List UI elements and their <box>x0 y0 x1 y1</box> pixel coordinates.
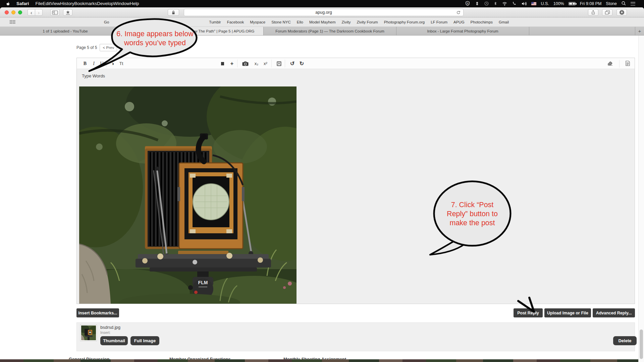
typed-text: Type Words <box>82 73 105 78</box>
bookmark-item[interactable]: LF Forum <box>431 20 447 24</box>
attachment-thumbnail[interactable] <box>80 324 97 341</box>
close-window-button[interactable] <box>5 10 9 14</box>
minimize-window-button[interactable] <box>11 10 15 14</box>
tab-bar: 1 of 1 uploaded - YouTubeollow The Path"… <box>0 27 644 36</box>
extension-button[interactable] <box>168 9 179 16</box>
user-name-label[interactable]: Stone <box>606 1 617 6</box>
bookmark-item[interactable]: Photography Forum.org <box>384 20 425 24</box>
source-code-button[interactable] <box>626 61 630 67</box>
tripod-brand-label: FLM <box>198 280 208 285</box>
bookmark-item[interactable]: Model Mayhem <box>309 20 336 24</box>
menu-item[interactable]: Window <box>114 1 130 6</box>
menu-item[interactable]: Develop <box>97 1 114 6</box>
insert-bookmarks-button[interactable]: Insert Bookmarks... <box>76 308 119 317</box>
bold-button[interactable]: B <box>82 60 89 67</box>
insert-plus-button[interactable]: + <box>228 60 235 67</box>
bookmark-item[interactable]: Zivity Forum <box>357 20 378 24</box>
phone-icon[interactable] <box>512 1 517 6</box>
editor-text-area[interactable]: Type Words <box>77 69 635 304</box>
browser-tab[interactable]: ollow The Path" | Page 5 | APUG.ORG <box>131 27 264 35</box>
bookmark-item[interactable]: APUG <box>453 20 465 24</box>
attachment-thumbnail-image <box>81 325 96 340</box>
shield-extension-icon[interactable]: 5 <box>465 1 470 6</box>
bookmark-item[interactable]: Tumblr <box>209 20 221 24</box>
subscript-button[interactable]: x₂ <box>253 60 260 67</box>
input-source-label[interactable]: U.S. <box>541 1 549 6</box>
browser-tab[interactable]: 1 of 1 uploaded - YouTube <box>0 27 131 35</box>
top-sites-button[interactable] <box>63 9 72 16</box>
menu-item[interactable]: Bookmarks <box>74 1 97 6</box>
top-sites-star-icon <box>65 10 70 15</box>
underline-button[interactable]: U <box>98 60 105 67</box>
safari-window: ‹ › apug.org <box>0 7 644 362</box>
font-size-button[interactable]: Tt <box>118 60 125 67</box>
battery-percent-label: 100% <box>553 1 564 6</box>
delete-attachment-button[interactable]: Delete <box>613 336 637 345</box>
share-button[interactable] <box>588 9 598 16</box>
advanced-reply-button[interactable]: Advanced Reply... <box>593 308 635 317</box>
downloads-button[interactable] <box>616 9 627 16</box>
battery-icon[interactable] <box>569 2 576 5</box>
italic-button[interactable]: I <box>90 60 97 67</box>
dropbox-icon[interactable] <box>475 1 480 6</box>
redo-button[interactable]: ↻ <box>298 60 305 67</box>
camera-button[interactable] <box>242 60 249 67</box>
us-flag-icon[interactable] <box>531 2 536 5</box>
save-draft-button[interactable] <box>275 60 282 67</box>
menu-item: FileEditViewHistoryBookmarksDevelopWindo… <box>36 1 139 6</box>
document-icon <box>626 61 630 66</box>
menu-item[interactable]: File <box>36 1 43 6</box>
back-button[interactable]: ‹ <box>28 9 35 16</box>
browser-tab[interactable]: Forum Moderators (Page 1) — The Darkroom… <box>264 27 396 35</box>
scrollbar-thumb[interactable] <box>640 329 643 359</box>
browser-tab[interactable]: Inbox - Large Format Photography Forum <box>396 27 529 35</box>
menu-item[interactable]: History <box>60 1 74 6</box>
zoom-window-button[interactable] <box>18 10 22 14</box>
url-text: apug.org <box>315 10 332 15</box>
wifi-icon[interactable] <box>502 1 507 6</box>
post-reply-button[interactable]: Post Reply <box>514 308 543 317</box>
inserted-camera-photo: FLM <box>79 86 297 304</box>
apple-menu-icon[interactable] <box>5 1 10 6</box>
remove-formatting-button[interactable] <box>607 61 613 67</box>
bookmark-item[interactable]: Myspace <box>250 20 265 24</box>
tab-overview-button[interactable] <box>602 9 612 16</box>
menu-item[interactable]: Edit <box>43 1 50 6</box>
frequently-visited-grid-icon[interactable] <box>9 20 16 24</box>
insert-image-icon[interactable] <box>219 60 226 67</box>
banner-photo-strip <box>0 359 644 362</box>
prev-page-button[interactable]: < Prev <box>100 44 117 51</box>
menu-item[interactable]: Help <box>130 1 139 6</box>
spotlight-icon[interactable] <box>621 1 626 6</box>
bookmark-item[interactable]: Gmail <box>499 20 509 24</box>
bookmark-item[interactable]: Ello <box>297 20 303 24</box>
bookmark-item[interactable]: Stone NYC <box>271 20 291 24</box>
bookmark-item[interactable]: Photochimps <box>471 20 493 24</box>
scrollbar-track[interactable] <box>638 36 644 362</box>
text-color-button[interactable]: ◑ <box>109 60 116 67</box>
insert-thumbnail-button[interactable]: Thumbnail <box>100 336 128 345</box>
reload-icon[interactable] <box>456 10 461 16</box>
new-tab-button[interactable]: + <box>635 27 644 35</box>
notification-center-icon[interactable] <box>631 2 635 5</box>
superscript-button[interactable]: x² <box>262 60 269 67</box>
bookmark-item[interactable]: Go <box>104 20 109 24</box>
sidebar-button[interactable] <box>50 9 60 16</box>
page-1-button[interactable]: 1 <box>119 44 128 51</box>
insert-full-image-button[interactable]: Full Image <box>130 336 159 345</box>
volume-icon[interactable] <box>521 1 527 6</box>
pagination-label: Page 5 of 5 <box>76 45 97 50</box>
menu-clock[interactable]: Fri 9:08 PM <box>580 1 602 6</box>
address-bar[interactable]: apug.org <box>184 9 464 16</box>
svg-text:5: 5 <box>467 2 468 5</box>
time-machine-icon[interactable] <box>484 1 489 6</box>
bluetooth-icon[interactable] <box>493 1 497 6</box>
menu-app-name[interactable]: Safari <box>16 1 29 6</box>
bookmark-item[interactable]: Facebook <box>227 20 244 24</box>
upload-image-button[interactable]: Upload Image or File <box>544 308 591 317</box>
undo-button[interactable]: ↺ <box>289 60 296 67</box>
menu-item[interactable]: View <box>51 1 60 6</box>
bookmark-item[interactable]: Zivity <box>342 20 351 24</box>
forward-button[interactable]: › <box>35 9 43 16</box>
attachment-panel: bsdrsd.jpg Insert: Thumbnail Full Image … <box>76 322 635 351</box>
